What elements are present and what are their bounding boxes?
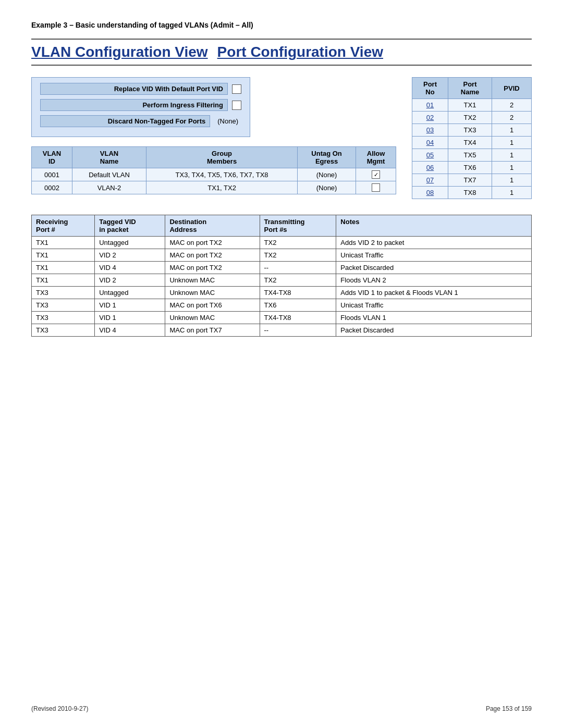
replace-vid-label: Replace VID With Default Port VID <box>40 83 228 95</box>
traffic-tx-cell: -- <box>260 262 336 274</box>
port-name-cell: TX8 <box>448 187 492 199</box>
traffic-table-row: TX3 Untagged Unknown MAC TX4-TX8 Adds VI… <box>32 287 532 299</box>
traffic-vid-cell: VID 4 <box>95 262 165 274</box>
vlan-name-cell: VLAN-2 <box>72 181 146 194</box>
port-no-link[interactable]: 05 <box>426 151 434 159</box>
port-table-row: 03 TX3 1 <box>412 124 532 137</box>
header-row: VLAN Configuration View Port Configurati… <box>31 39 532 66</box>
mgmt-checkbox[interactable]: ✓ <box>372 170 380 179</box>
port-no-cell: 07 <box>412 174 448 187</box>
footer-right: Page 153 of 159 <box>486 705 532 712</box>
port-no-link[interactable]: 04 <box>426 139 434 146</box>
traffic-notes-cell: Adds VID 1 to packet & Floods VLAN 1 <box>336 287 532 299</box>
traffic-tx-cell: TX6 <box>260 299 336 312</box>
port-pvid-cell: 1 <box>492 162 532 174</box>
traffic-table-row: TX1 VID 4 MAC on port TX2 -- Packet Disc… <box>32 262 532 274</box>
port-pvid-cell: 1 <box>492 174 532 187</box>
vlan-table-row: 0001 Default VLAN TX3, TX4, TX5, TX6, TX… <box>32 168 396 181</box>
port-no-cell: 05 <box>412 149 448 162</box>
vlan-id-cell: 0002 <box>32 181 72 194</box>
port-table-row: 02 TX2 2 <box>412 112 532 124</box>
traffic-dest-cell: Unknown MAC <box>165 312 260 324</box>
port-no-cell: 02 <box>412 112 448 124</box>
vlan-col-id: VLANID <box>32 147 72 168</box>
traffic-table: ReceivingPort # Tagged VIDin packet Dest… <box>31 215 532 337</box>
port-no-cell: 04 <box>412 137 448 149</box>
port-table-row: 01 TX1 2 <box>412 99 532 112</box>
footer-left: (Revised 2010-9-27) <box>31 705 88 712</box>
port-table-row: 04 TX4 1 <box>412 137 532 149</box>
port-no-link[interactable]: 08 <box>426 189 434 196</box>
port-no-link[interactable]: 01 <box>426 101 434 109</box>
ingress-checkbox[interactable] <box>232 101 241 110</box>
traffic-vid-cell: Untagged <box>95 237 165 249</box>
port-col-no: PortNo <box>412 78 448 99</box>
vlan-col-mgmt: AllowMgmt <box>356 147 396 168</box>
port-pvid-cell: 2 <box>492 99 532 112</box>
traffic-vid-cell: VID 1 <box>95 299 165 312</box>
port-no-cell: 08 <box>412 187 448 199</box>
vlan-config-title: VLAN Configuration View <box>31 44 208 60</box>
port-pvid-cell: 2 <box>492 112 532 124</box>
traffic-vid-cell: VID 4 <box>95 324 165 337</box>
port-no-link[interactable]: 06 <box>426 164 434 171</box>
config-row-discard: Discard Non-Tagged For Ports (None) <box>40 115 241 127</box>
right-panel: PortNo PortName PVID 01 TX1 2 02 TX2 2 0… <box>412 77 532 199</box>
port-name-cell: TX2 <box>448 112 492 124</box>
port-no-link[interactable]: 02 <box>426 114 434 121</box>
vlan-untag-cell: (None) <box>297 181 356 194</box>
port-pvid-cell: 1 <box>492 149 532 162</box>
traffic-port-cell: TX1 <box>32 262 95 274</box>
traffic-notes-cell: Packet Discarded <box>336 324 532 337</box>
ingress-label: Perform Ingress Filtering <box>40 99 228 111</box>
port-pvid-cell: 1 <box>492 137 532 149</box>
vlan-members-cell: TX1, TX2 <box>146 181 298 194</box>
traffic-table-row: TX1 VID 2 MAC on port TX2 TX2 Unicast Tr… <box>32 249 532 262</box>
vlan-table-row: 0002 VLAN-2 TX1, TX2 (None) <box>32 181 396 194</box>
discard-value: (None) <box>214 116 241 126</box>
port-table-row: 05 TX5 1 <box>412 149 532 162</box>
mgmt-checkbox[interactable] <box>372 183 380 192</box>
traffic-dest-cell: Unknown MAC <box>165 287 260 299</box>
port-no-link[interactable]: 03 <box>426 126 434 134</box>
replace-vid-checkbox[interactable] <box>232 84 241 94</box>
vlan-col-members: GroupMembers <box>146 147 298 168</box>
traffic-section: ReceivingPort # Tagged VIDin packet Dest… <box>31 215 532 337</box>
vlan-untag-cell: (None) <box>297 168 356 181</box>
traffic-port-cell: TX1 <box>32 274 95 287</box>
traffic-dest-cell: MAC on port TX6 <box>165 299 260 312</box>
traffic-dest-cell: MAC on port TX2 <box>165 249 260 262</box>
port-name-cell: TX4 <box>448 137 492 149</box>
port-name-cell: TX7 <box>448 174 492 187</box>
traffic-port-cell: TX1 <box>32 237 95 249</box>
traffic-port-cell: TX3 <box>32 312 95 324</box>
traffic-port-cell: TX3 <box>32 324 95 337</box>
traffic-dest-cell: MAC on port TX7 <box>165 324 260 337</box>
traffic-table-row: TX1 VID 2 Unknown MAC TX2 Floods VLAN 2 <box>32 274 532 287</box>
vlan-mgmt-cell: ✓ <box>356 168 396 181</box>
port-no-link[interactable]: 07 <box>426 176 434 184</box>
traffic-tx-cell: TX4-TX8 <box>260 312 336 324</box>
example-title: Example 3 – Basic understanding of tagge… <box>31 21 532 29</box>
config-row-ingress: Perform Ingress Filtering <box>40 99 241 111</box>
config-form: Replace VID With Default Port VID Perfor… <box>31 77 250 137</box>
traffic-tx-cell: TX2 <box>260 274 336 287</box>
traffic-notes-cell: Unicast Traffic <box>336 299 532 312</box>
traffic-notes-cell: Packet Discarded <box>336 262 532 274</box>
port-name-cell: TX3 <box>448 124 492 137</box>
traffic-vid-cell: Untagged <box>95 287 165 299</box>
traffic-vid-cell: VID 2 <box>95 249 165 262</box>
traffic-port-cell: TX3 <box>32 299 95 312</box>
traffic-tx-cell: TX4-TX8 <box>260 287 336 299</box>
traffic-table-row: TX3 VID 1 Unknown MAC TX4-TX8 Floods VLA… <box>32 312 532 324</box>
port-col-pvid: PVID <box>492 78 532 99</box>
traffic-notes-cell: Adds VID 2 to packet <box>336 237 532 249</box>
port-col-name: PortName <box>448 78 492 99</box>
traffic-notes-cell: Unicast Traffic <box>336 249 532 262</box>
traffic-tx-cell: TX2 <box>260 249 336 262</box>
traffic-tx-cell: TX2 <box>260 237 336 249</box>
traffic-col-tx: TransmittingPort #s <box>260 215 336 237</box>
traffic-col-dest: DestinationAddress <box>165 215 260 237</box>
traffic-vid-cell: VID 1 <box>95 312 165 324</box>
traffic-vid-cell: VID 2 <box>95 274 165 287</box>
